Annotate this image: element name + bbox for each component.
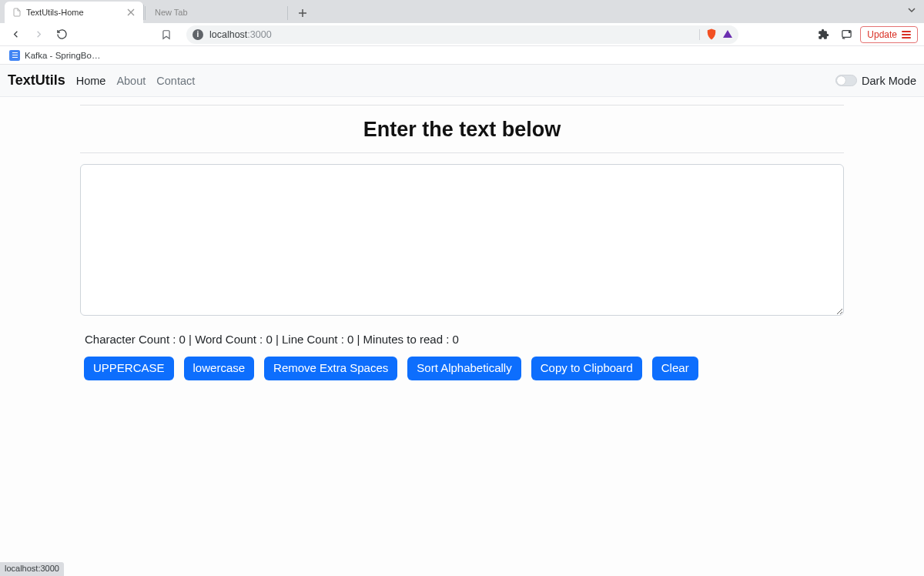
extensions-icon[interactable] xyxy=(814,25,832,44)
browser-tab-inactive[interactable]: New Tab xyxy=(147,2,286,23)
google-docs-icon xyxy=(9,50,20,61)
content-wrap: Enter the text below Character Count : 0… xyxy=(80,105,844,380)
browser-tabstrip: TextUtils-Home New Tab xyxy=(0,0,924,23)
uppercase-button[interactable]: UPPERCASE xyxy=(84,357,174,380)
stats-line: Character Count : 0 | Word Count : 0 | L… xyxy=(85,333,844,346)
page-body: Enter the text below Character Count : 0… xyxy=(0,105,924,380)
brave-rewards-icon[interactable] xyxy=(723,29,732,40)
tab-separator xyxy=(145,6,146,20)
browser-tab-active[interactable]: TextUtils-Home xyxy=(5,2,143,23)
bookmark-icon[interactable] xyxy=(157,25,176,44)
brave-shield-icon[interactable] xyxy=(706,28,717,40)
page-title: Enter the text below xyxy=(80,118,844,142)
brand[interactable]: TextUtils xyxy=(8,72,65,89)
browser-toolbar: i localhost:3000 Update xyxy=(0,23,924,46)
tab-close-icon[interactable] xyxy=(126,8,136,17)
copy-to-clipboard-button[interactable]: Copy to Clipboard xyxy=(531,357,642,380)
lowercase-button[interactable]: lowercase xyxy=(184,357,255,380)
back-button[interactable] xyxy=(6,25,25,44)
clear-button[interactable]: Clear xyxy=(652,357,698,380)
reload-button[interactable] xyxy=(52,25,71,44)
address-bar[interactable]: i localhost:3000 xyxy=(186,25,738,44)
text-input[interactable] xyxy=(80,164,844,316)
bookmarks-bar: Kafka - SpringBoo… xyxy=(0,46,924,65)
update-label: Update xyxy=(867,29,897,40)
tab-title: TextUtils-Home xyxy=(26,8,84,17)
separator xyxy=(699,29,700,40)
remove-extra-spaces-button[interactable]: Remove Extra Spaces xyxy=(264,357,397,380)
update-button[interactable]: Update xyxy=(860,26,918,43)
page-icon xyxy=(12,8,22,17)
action-buttons-row: UPPERCASE lowercase Remove Extra Spaces … xyxy=(80,357,844,380)
hr-under-title xyxy=(80,152,844,153)
sort-alphabetically-button[interactable]: Sort Alphabetically xyxy=(407,357,521,380)
tab-separator xyxy=(287,6,288,20)
address-host: localhost xyxy=(209,29,247,40)
forward-button[interactable] xyxy=(29,25,48,44)
new-tab-button[interactable] xyxy=(293,3,313,23)
cast-icon[interactable] xyxy=(837,25,855,44)
bookmark-item[interactable]: Kafka - SpringBoo… xyxy=(25,51,102,60)
status-bar: localhost:3000 xyxy=(0,562,64,576)
site-info-icon[interactable]: i xyxy=(192,29,203,40)
tabs-menu-caret-icon[interactable] xyxy=(907,5,916,15)
tab-title: New Tab xyxy=(155,8,188,17)
hr-top xyxy=(80,105,844,105)
svg-point-5 xyxy=(849,32,850,33)
dark-mode-label: Dark Mode xyxy=(862,75,916,87)
omnibox-right-icons xyxy=(699,28,732,40)
nav-about[interactable]: About xyxy=(116,75,146,87)
menu-icon xyxy=(902,31,911,39)
app-navbar: TextUtils Home About Contact Dark Mode xyxy=(0,65,924,97)
nav-home[interactable]: Home xyxy=(76,75,106,87)
nav-contact[interactable]: Contact xyxy=(156,75,195,87)
dark-mode-toggle[interactable] xyxy=(835,75,857,86)
address-port: :3000 xyxy=(247,29,271,40)
address-text: localhost:3000 xyxy=(209,29,272,40)
